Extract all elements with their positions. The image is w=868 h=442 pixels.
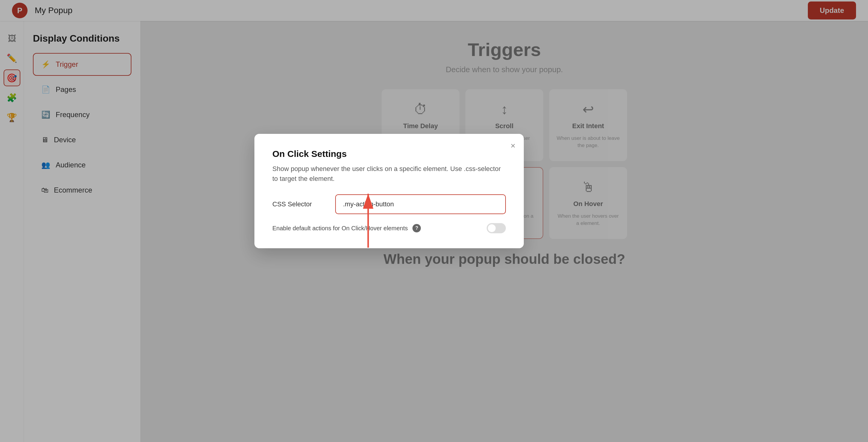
- modal-overlay[interactable]: × On Click Settings Show popup whenever …: [0, 0, 868, 442]
- toggle-row: Enable default actions for On Click/Hove…: [272, 223, 506, 233]
- toggle-switch[interactable]: [487, 223, 506, 233]
- css-selector-row: CSS Selector: [272, 194, 506, 214]
- css-selector-input[interactable]: [335, 194, 506, 214]
- toggle-label: Enable default actions for On Click/Hove…: [272, 225, 408, 232]
- modal: × On Click Settings Show popup whenever …: [254, 134, 524, 248]
- css-selector-label: CSS Selector: [272, 200, 326, 208]
- help-icon[interactable]: ?: [412, 224, 421, 232]
- modal-description: Show popup whenever the user clicks on a…: [272, 164, 506, 183]
- modal-title: On Click Settings: [272, 149, 506, 159]
- modal-close-button[interactable]: ×: [510, 141, 516, 151]
